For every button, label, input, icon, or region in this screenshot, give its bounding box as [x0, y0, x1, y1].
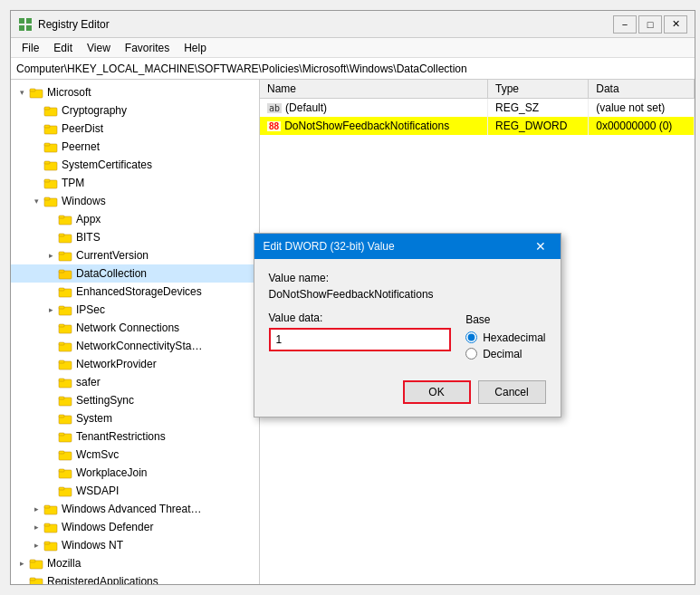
col-name: Name [260, 80, 487, 99]
expander-networkprovider [43, 355, 58, 373]
svg-rect-21 [59, 234, 64, 236]
maximize-button[interactable]: □ [638, 15, 662, 34]
col-type: Type [487, 80, 588, 99]
tree-item-cryptography[interactable]: Cryptography [11, 101, 259, 120]
svg-rect-29 [59, 306, 64, 309]
svg-rect-53 [44, 523, 50, 526]
svg-rect-59 [30, 578, 35, 581]
cell-name: 88DoNotShowFeedbackNotifications [260, 117, 487, 135]
expander-microsoft[interactable]: ▾ [14, 83, 29, 101]
tree-item-winnt[interactable]: ▸ Windows NT [11, 536, 259, 554]
expander-tenantrestrictions [43, 427, 58, 446]
ab-icon: ab [267, 103, 282, 113]
base-label: Base [465, 313, 545, 326]
close-button[interactable]: ✕ [664, 15, 687, 34]
decimal-option[interactable]: Decimal [465, 348, 545, 360]
tree-item-peerdist[interactable]: PeerDist [11, 120, 259, 138]
tree-item-settingsync[interactable]: SettingSync [11, 391, 259, 409]
dialog-title: Edit DWORD (32-bit) Value [264, 240, 530, 253]
tree-label-system: System [76, 412, 112, 425]
tree-item-datacollection[interactable]: DataCollection [11, 264, 259, 283]
tree-item-networkconnections[interactable]: Network Connections [11, 319, 259, 337]
folder-icon-mozilla [29, 556, 43, 571]
tree-item-wsdapi[interactable]: WSDAPI [11, 482, 259, 500]
minimize-button[interactable]: − [613, 15, 637, 34]
tree-label-windefender: Windows Defender [62, 521, 153, 533]
expander-appx [43, 210, 58, 228]
tree-label-peerdist: PeerDist [62, 122, 103, 135]
svg-rect-15 [44, 179, 50, 182]
tree-item-windows[interactable]: ▾ Windows [11, 192, 259, 210]
svg-rect-11 [44, 143, 50, 146]
address-bar: Computer\HKEY_LOCAL_MACHINE\SOFTWARE\Pol… [11, 58, 695, 80]
edit-dword-dialog: Edit DWORD (32-bit) Value ✕ Value name: … [254, 233, 561, 417]
tree-item-networkconnectivity[interactable]: NetworkConnectivitySta… [11, 337, 259, 355]
expander-currentversion[interactable]: ▸ [43, 246, 58, 264]
expander-windefender[interactable]: ▸ [29, 518, 43, 536]
tree-item-ipsec[interactable]: ▸ IPSec [11, 301, 259, 319]
svg-rect-51 [44, 505, 50, 508]
tree-item-currentversion[interactable]: ▸ CurrentVersion [11, 246, 259, 264]
tree-item-networkprovider[interactable]: NetworkProvider [11, 355, 259, 373]
value-data-input[interactable] [269, 328, 452, 351]
tree-item-system[interactable]: System [11, 409, 259, 427]
tree-item-winadvthreat[interactable]: ▸ Windows Advanced Threat… [11, 500, 259, 518]
tree-item-safer[interactable]: safer [11, 373, 259, 391]
svg-rect-33 [59, 342, 64, 345]
tree-panel[interactable]: ▾ Microsoft Cryptography PeerDist Peerne… [11, 80, 260, 584]
tree-item-workplacejoin[interactable]: WorkplaceJoin [11, 464, 259, 482]
svg-rect-9 [44, 125, 50, 128]
expander-mozilla[interactable]: ▸ [14, 554, 29, 572]
svg-rect-23 [59, 252, 64, 254]
tree-item-microsoft[interactable]: ▾ Microsoft [11, 83, 259, 101]
menu-favorites[interactable]: Favorites [118, 40, 177, 56]
decimal-radio[interactable] [465, 348, 477, 360]
folder-icon-microsoft [29, 85, 43, 100]
menu-file[interactable]: File [14, 40, 46, 56]
folder-icon-networkconnections [58, 321, 72, 335]
table-row[interactable]: 88DoNotShowFeedbackNotifications REG_DWO… [260, 117, 695, 135]
tree-label-safer: safer [76, 376, 101, 389]
dialog-close-button[interactable]: ✕ [530, 236, 551, 256]
svg-rect-39 [59, 397, 64, 399]
menu-view[interactable]: View [80, 40, 118, 56]
registry-editor-window: Registry Editor − □ ✕ File Edit View Fav… [10, 10, 695, 585]
registry-table: Name Type Data ab(Default) REG_SZ (value… [260, 80, 695, 135]
svg-rect-31 [59, 324, 64, 327]
tree-item-systemcerts[interactable]: SystemCertificates [11, 156, 259, 174]
table-row[interactable]: ab(Default) REG_SZ (value not set) [260, 99, 695, 117]
hexadecimal-radio[interactable] [465, 331, 477, 343]
tree-item-peernet[interactable]: Peernet [11, 138, 259, 156]
svg-rect-41 [59, 415, 64, 417]
cancel-button[interactable]: Cancel [478, 380, 546, 404]
tree-item-appx[interactable]: Appx [11, 210, 259, 228]
svg-rect-35 [59, 360, 64, 363]
expander-wcmsvc [43, 446, 58, 464]
tree-label-peernet: Peernet [62, 140, 100, 153]
tree-item-windefender[interactable]: ▸ Windows Defender [11, 518, 259, 536]
tree-item-bits[interactable]: BITS [11, 228, 259, 246]
folder-icon-winadvthreat [43, 502, 58, 516]
col-data: Data [589, 80, 695, 99]
expander-networkconnectivity [43, 337, 58, 355]
tree-item-mozilla[interactable]: ▸ Mozilla [11, 554, 259, 572]
expander-windows[interactable]: ▾ [29, 192, 43, 210]
expander-winnt[interactable]: ▸ [29, 536, 43, 554]
menu-edit[interactable]: Edit [46, 40, 80, 56]
hexadecimal-label: Hexadecimal [483, 331, 545, 344]
expander-winadvthreat[interactable]: ▸ [29, 500, 43, 518]
tree-item-wcmsvc[interactable]: WcmSvc [11, 446, 259, 464]
expander-ipsec[interactable]: ▸ [43, 301, 58, 319]
tree-item-enhancedstorage[interactable]: EnhancedStorageDevices [11, 283, 259, 301]
svg-rect-25 [59, 270, 64, 273]
expander-tpm [29, 174, 43, 192]
ok-button[interactable]: OK [403, 380, 471, 404]
folder-icon-peerdist [43, 121, 58, 136]
folder-icon-appx [58, 212, 72, 226]
expander-peerdist [29, 120, 43, 138]
hexadecimal-option[interactable]: Hexadecimal [465, 331, 545, 344]
tree-item-tenantrestrictions[interactable]: TenantRestrictions [11, 427, 259, 446]
menu-help[interactable]: Help [177, 40, 214, 56]
tree-item-tpm[interactable]: TPM [11, 174, 259, 192]
tree-item-registeredapps[interactable]: RegisteredApplications [11, 572, 259, 584]
